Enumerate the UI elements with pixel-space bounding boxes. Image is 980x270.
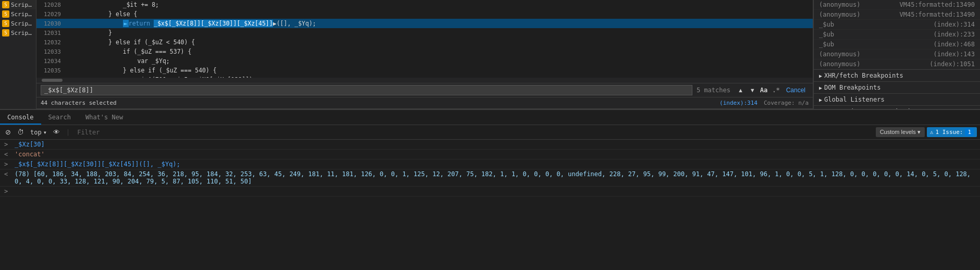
filter-input[interactable]	[74, 128, 873, 137]
entry-name: _$ub	[819, 31, 834, 38]
issue-count: 1	[965, 128, 974, 136]
console-line-4: < (78) [60, 186, 34, 188, 203, 84, 254, …	[0, 169, 980, 187]
entry-location: (index):233	[934, 31, 975, 38]
code-line-12032: 12032 } else if (_$uZ < 540) {	[36, 38, 813, 47]
preserve-log-button[interactable]: ⏱	[15, 127, 26, 137]
call-stack-entry-sub2: _$ub (index):233	[814, 30, 980, 40]
right-panel: (anonymous) VM45:formatted:13490 (anonym…	[813, 0, 980, 109]
snippet-item-1[interactable]: S Script snipp	[0, 0, 36, 9]
code-line-12029: 12029 } else {	[36, 9, 813, 19]
issue-badge[interactable]: ⚠ 1 Issue: 1	[927, 127, 977, 137]
call-stack-entry-anon1: (anonymous) VM45:formatted:13490	[814, 0, 980, 10]
global-listeners-section[interactable]: ▶ Global Listeners	[814, 93, 980, 105]
bottom-section: Console Search What's New ⊘ ⏱ top ▾ 👁 | …	[0, 109, 980, 270]
line-number: 12032	[36, 39, 65, 46]
scrollbar-thumb[interactable]	[42, 79, 63, 82]
chevron-down-icon: ▼	[819, 109, 822, 109]
snippet-item-2[interactable]: S Script snipp	[0, 9, 36, 19]
code-lines-container: 12028 _$it += 8; 12029 } else { 12030 ►r…	[36, 0, 813, 109]
dom-breakpoints-section[interactable]: ▶ DOM Breakpoints	[814, 81, 980, 93]
entry-location: (index):1051	[929, 60, 975, 68]
line-content: _$it += 8;	[65, 1, 159, 8]
entry-name: (anonymous)	[819, 11, 860, 18]
snippet-icon: S	[2, 10, 9, 18]
console-prompt: >	[4, 161, 11, 168]
bottom-tabs: Console Search What's New	[0, 109, 980, 125]
search-next-button[interactable]: ▼	[747, 85, 759, 95]
code-line-12030[interactable]: 12030 ►return _$x$[_$Xz[8]][_$Xz[30]][_$…	[36, 19, 813, 28]
entry-location: (index):314	[934, 21, 975, 28]
line-content: ►return _$x$[_$Xz[8]][_$Xz[30]][_$Xz[45]…	[65, 20, 316, 27]
global-listeners-label: Global Listeners	[824, 96, 885, 103]
console-input-text: _$x$[_$Xz[8]][_$Xz[30]][_$Xz[45]]([], _$…	[15, 161, 180, 168]
clear-icon: ⊘	[5, 128, 11, 136]
entry-location: (index):468	[934, 41, 975, 48]
line-number: 12030	[36, 20, 65, 27]
console-output-text: 'concat'	[15, 151, 45, 158]
console-line-3: > _$x$[_$Xz[8]][_$Xz[30]][_$Xz[45]]([], …	[0, 159, 980, 169]
xhr-breakpoints-label: XHR/fetch Breakpoints	[824, 72, 903, 79]
entry-location: VM45:formatted:13490	[900, 1, 975, 8]
snippet-item-4[interactable]: S Script snipp	[0, 28, 36, 38]
code-line-12031: 12031 }	[36, 28, 813, 38]
snippets-sidebar: S Script snipp S Script snipp S Script s…	[0, 0, 36, 109]
entry-name: _$ub	[819, 41, 834, 48]
coverage-label: Coverage: n/a	[764, 100, 809, 106]
entry-name: (anonymous)	[819, 51, 860, 58]
console-line-5: >	[0, 187, 980, 197]
entry-name: _$ub	[819, 21, 834, 28]
event-listener-breakpoints-label: Event Listener Breakpoints	[824, 108, 922, 109]
issue-icon: ⚠	[930, 129, 934, 136]
code-line-12028: 12028 _$it += 8;	[36, 0, 813, 9]
console-line-2: < 'concat'	[0, 150, 980, 159]
entry-location: (index):143	[934, 51, 975, 58]
console-prompt: <	[4, 170, 11, 178]
tab-search[interactable]: Search	[41, 111, 78, 125]
line-number: 12034	[36, 58, 65, 65]
clear-console-button[interactable]: ⊘	[3, 127, 13, 137]
horizontal-scrollbar[interactable]	[36, 78, 813, 83]
console-toolbar: ⊘ ⏱ top ▾ 👁 | Custom levels ▾ ⚠ 1 Issue:…	[0, 125, 980, 140]
search-matches-count: 5 matches	[697, 87, 730, 94]
line-number: 12033	[36, 48, 65, 55]
console-prompt: <	[4, 151, 11, 158]
eye-button[interactable]: 👁	[51, 127, 62, 137]
context-label: top	[30, 129, 42, 136]
line-content: } else if (_$uZ < 540) {	[65, 39, 195, 46]
location-link[interactable]: (index):314	[720, 100, 758, 106]
call-stack-entry-sub3: _$ub (index):468	[814, 40, 980, 50]
console-output-array[interactable]: (78) [60, 186, 34, 188, 203, 84, 254, 36…	[15, 170, 976, 185]
search-input[interactable]	[41, 85, 692, 95]
snippet-name: Script snipp	[11, 2, 34, 8]
entry-location: VM45:formatted:13490	[900, 11, 975, 18]
tab-whats-new[interactable]: What's New	[78, 111, 130, 125]
line-content: } else {	[65, 10, 137, 18]
tab-console[interactable]: Console	[0, 111, 41, 125]
call-stack-entry-anon4: (anonymous) (index):1051	[814, 59, 980, 69]
entry-name: (anonymous)	[819, 60, 860, 68]
line-content: var _$Yq;	[65, 57, 170, 65]
context-selector[interactable]: top ▾	[28, 128, 49, 137]
call-stack-entry-anon2: (anonymous) VM45:formatted:13490	[814, 10, 980, 20]
line-number: 12029	[36, 11, 65, 18]
chevron-right-icon: ▶	[819, 85, 822, 91]
search-cancel-button[interactable]: Cancel	[783, 85, 809, 95]
search-prev-button[interactable]: ▲	[735, 85, 747, 95]
xhr-breakpoints-section[interactable]: ▶ XHR/fetch Breakpoints	[814, 69, 980, 81]
snippet-icon: S	[2, 20, 9, 27]
chevron-down-icon: ▾	[43, 129, 47, 136]
custom-levels-button[interactable]: Custom levels ▾	[876, 127, 925, 137]
editor-status-bar: 44 characters selected (index):314 Cover…	[36, 97, 813, 109]
snippet-name: Script snipp	[11, 20, 34, 27]
event-listener-breakpoints-section[interactable]: ▼ Event Listener Breakpoints	[814, 105, 980, 109]
search-regex-label[interactable]: .*	[772, 87, 779, 94]
console-output: > _$Xz[30] < 'concat' > _$x$[_$Xz[8]][_$…	[0, 140, 980, 270]
search-bar: 5 matches ▲ ▼ Aa .* Cancel	[36, 83, 813, 97]
line-content: }	[65, 29, 112, 36]
code-editor: 12028 _$it += 8; 12029 } else { 12030 ►r…	[36, 0, 980, 109]
code-lines: 12028 _$it += 8; 12029 } else { 12030 ►r…	[36, 0, 813, 78]
snippet-item-3[interactable]: S Script snipp	[0, 19, 36, 28]
snippet-icon: S	[2, 1, 9, 8]
search-aa-label[interactable]: Aa	[760, 87, 767, 94]
line-number: 12031	[36, 30, 65, 36]
